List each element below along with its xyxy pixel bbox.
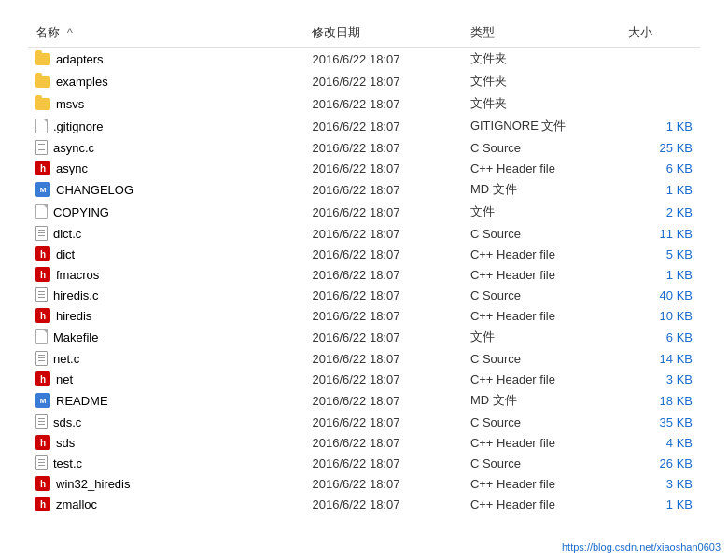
sort-arrow: ^ — [67, 25, 73, 39]
file-size: 11 KB — [621, 223, 700, 244]
h-header-icon: h — [35, 476, 50, 491]
file-type: 文件夹 — [463, 48, 621, 71]
file-size — [621, 48, 700, 71]
col-header-name[interactable]: 名称 ^ — [28, 19, 304, 48]
file-name-cell: hdict — [35, 246, 297, 261]
file-type: C++ Header file — [463, 369, 621, 389]
file-size: 5 KB — [621, 244, 700, 264]
h-header-icon: h — [35, 267, 50, 282]
file-size: 4 KB — [621, 432, 700, 453]
file-date: 2016/6/22 18:07 — [304, 201, 462, 223]
file-type: C++ Header file — [463, 305, 621, 326]
table-row[interactable]: .gitignore2016/6/22 18:07GITIGNORE 文件1 K… — [28, 115, 700, 137]
file-size: 1 KB — [621, 264, 700, 285]
table-row[interactable]: Makefile2016/6/22 18:07文件6 KB — [28, 326, 700, 348]
file-name-cell: adapters — [35, 52, 297, 66]
table-row[interactable]: hasync2016/6/22 18:07C++ Header file6 KB — [28, 158, 700, 178]
file-table: 名称 ^ 修改日期 类型 大小 adapters2016/6/22 18:07文… — [28, 19, 700, 514]
file-name-cell: async.c — [35, 140, 297, 155]
file-size: 40 KB — [621, 285, 700, 305]
table-row[interactable]: examples2016/6/22 18:07文件夹 — [28, 70, 700, 92]
file-name-cell: msvs — [35, 97, 297, 111]
file-date: 2016/6/22 18:07 — [304, 285, 462, 305]
file-type: GITIGNORE 文件 — [463, 115, 621, 137]
file-type: C Source — [463, 137, 621, 158]
file-name: sds — [56, 436, 75, 450]
table-row[interactable]: hnet2016/6/22 18:07C++ Header file3 KB — [28, 369, 700, 389]
table-row[interactable]: test.c2016/6/22 18:07C Source26 KB — [28, 453, 700, 473]
table-row[interactable]: hsds2016/6/22 18:07C++ Header file4 KB — [28, 432, 700, 453]
file-date: 2016/6/22 18:07 — [304, 158, 462, 178]
file-size: 1 KB — [621, 494, 700, 514]
file-name-cell: hsds — [35, 435, 297, 450]
file-name: test.c — [53, 456, 82, 470]
file-date: 2016/6/22 18:07 — [304, 494, 462, 514]
table-row[interactable]: sds.c2016/6/22 18:07C Source35 KB — [28, 412, 700, 432]
file-name: examples — [56, 75, 108, 89]
file-type: C++ Header file — [463, 432, 621, 453]
file-date: 2016/6/22 18:07 — [304, 178, 462, 201]
file-name-cell: hwin32_hiredis — [35, 476, 297, 491]
col-header-size[interactable]: 大小 — [621, 19, 700, 48]
file-name: sds.c — [53, 415, 81, 429]
file-name-cell: sds.c — [35, 414, 297, 429]
table-row[interactable]: hfmacros2016/6/22 18:07C++ Header file1 … — [28, 264, 700, 285]
file-date: 2016/6/22 18:07 — [304, 137, 462, 158]
file-name: Makefile — [53, 330, 98, 344]
table-row[interactable]: hdict2016/6/22 18:07C++ Header file5 KB — [28, 244, 700, 264]
file-type: C++ Header file — [463, 494, 621, 514]
table-row[interactable]: hhiredis2016/6/22 18:07C++ Header file10… — [28, 305, 700, 326]
table-row[interactable]: adapters2016/6/22 18:07文件夹 — [28, 48, 700, 71]
file-type: C++ Header file — [463, 158, 621, 178]
file-type: C++ Header file — [463, 473, 621, 494]
table-row[interactable]: msvs2016/6/22 18:07文件夹 — [28, 92, 700, 115]
file-type: C Source — [463, 453, 621, 473]
file-type: C++ Header file — [463, 244, 621, 264]
table-row[interactable]: hiredis.c2016/6/22 18:07C Source40 KB — [28, 285, 700, 305]
file-name-cell: hiredis.c — [35, 287, 297, 302]
file-name-cell: hnet — [35, 371, 297, 386]
table-row[interactable]: MCHANGELOG2016/6/22 18:07MD 文件1 KB — [28, 178, 700, 201]
table-row[interactable]: hzmalloc2016/6/22 18:07C++ Header file1 … — [28, 494, 700, 514]
folder-icon — [35, 98, 50, 110]
file-name-cell: hasync — [35, 161, 297, 175]
file-name: win32_hiredis — [56, 477, 131, 491]
h-header-icon: h — [35, 246, 50, 261]
table-row[interactable]: async.c2016/6/22 18:07C Source25 KB — [28, 137, 700, 158]
file-name: net.c — [53, 352, 79, 366]
file-date: 2016/6/22 18:07 — [304, 369, 462, 389]
file-size: 3 KB — [621, 473, 700, 494]
table-row[interactable]: MREADME2016/6/22 18:07MD 文件18 KB — [28, 389, 700, 412]
col-header-type[interactable]: 类型 — [463, 19, 621, 48]
file-name-cell: Makefile — [35, 329, 297, 344]
file-name: README — [56, 394, 108, 408]
file-name: fmacros — [56, 268, 99, 282]
c-source-icon — [35, 351, 48, 366]
h-header-icon: h — [35, 161, 50, 175]
watermark: https://blog.csdn.net/xiaoshan0603 — [562, 541, 721, 553]
file-name: async.c — [53, 141, 94, 155]
file-name-cell: net.c — [35, 351, 297, 366]
file-date: 2016/6/22 18:07 — [304, 473, 462, 494]
file-name: adapters — [56, 52, 104, 66]
md-file-icon: M — [35, 182, 50, 197]
file-name: COPYING — [53, 205, 109, 219]
table-row[interactable]: COPYING2016/6/22 18:07文件2 KB — [28, 201, 700, 223]
h-header-icon: h — [35, 308, 50, 323]
md-file-icon: M — [35, 393, 50, 408]
file-type: MD 文件 — [463, 389, 621, 412]
table-row[interactable]: net.c2016/6/22 18:07C Source14 KB — [28, 348, 700, 369]
file-size: 1 KB — [621, 115, 700, 137]
file-name: dict — [56, 247, 75, 261]
col-header-date[interactable]: 修改日期 — [304, 19, 462, 48]
file-type: 文件 — [463, 201, 621, 223]
file-type: 文件夹 — [463, 92, 621, 115]
file-type: 文件夹 — [463, 70, 621, 92]
generic-file-icon — [35, 119, 48, 133]
file-name: zmalloc — [56, 497, 97, 511]
table-row[interactable]: dict.c2016/6/22 18:07C Source11 KB — [28, 223, 700, 244]
file-type: 文件 — [463, 326, 621, 348]
file-date: 2016/6/22 18:07 — [304, 453, 462, 473]
c-source-icon — [35, 140, 48, 155]
table-row[interactable]: hwin32_hiredis2016/6/22 18:07C++ Header … — [28, 473, 700, 494]
